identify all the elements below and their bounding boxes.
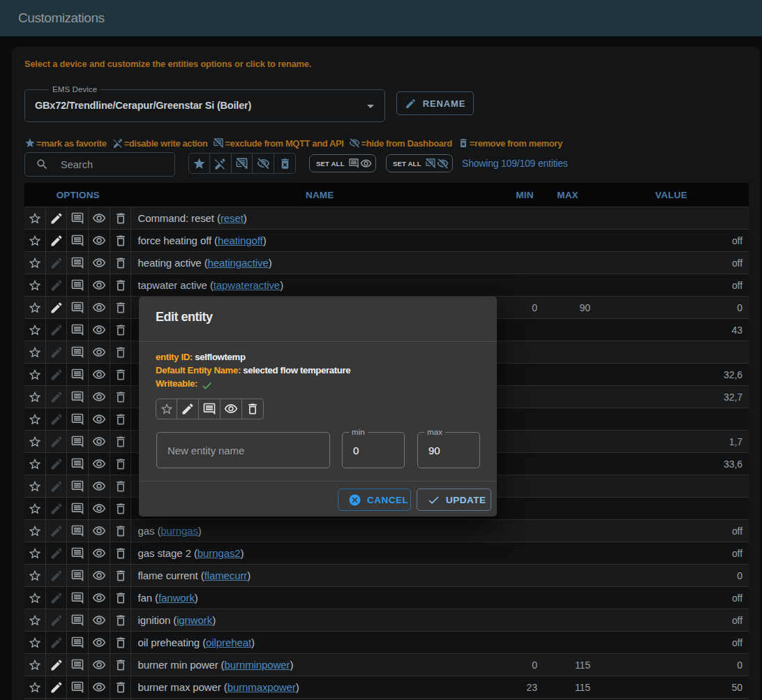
delete-icon[interactable]	[114, 546, 128, 560]
comment-icon[interactable]	[70, 368, 84, 382]
table-row[interactable]: gas stage 2 (burngas2) off	[24, 542, 749, 564]
visibility-icon[interactable]	[92, 636, 106, 650]
table-row[interactable]: tapwater active (tapwateractive) off	[24, 274, 749, 296]
visibility-icon[interactable]	[92, 323, 106, 337]
entity-link[interactable]: flamecurr	[204, 569, 248, 581]
edit-icon[interactable]	[50, 546, 64, 560]
star-outline-icon[interactable]	[28, 502, 42, 516]
visibility-icon[interactable]	[92, 502, 106, 516]
comment-icon[interactable]	[70, 658, 84, 672]
comment-icon[interactable]	[70, 211, 84, 225]
search-input[interactable]	[61, 159, 165, 170]
star-outline-icon[interactable]	[28, 278, 42, 292]
comment-icon[interactable]	[70, 680, 84, 694]
entity-link[interactable]: ignwork	[177, 614, 212, 626]
comment-icon[interactable]	[70, 234, 84, 248]
delete-icon[interactable]	[114, 569, 128, 583]
edit-icon[interactable]	[50, 569, 64, 583]
visibility-icon[interactable]	[92, 301, 106, 315]
edit-icon[interactable]	[50, 412, 64, 426]
toggle-edit-icon[interactable]	[177, 399, 199, 419]
delete-icon[interactable]	[114, 256, 128, 270]
delete-icon[interactable]	[114, 323, 128, 337]
delete-icon[interactable]	[114, 613, 128, 627]
entity-link[interactable]: reset	[221, 212, 244, 224]
visibility-icon[interactable]	[92, 211, 106, 225]
entity-link[interactable]: burngas	[160, 525, 198, 537]
table-row[interactable]: heating active (heatingactive) off	[24, 251, 749, 274]
edit-icon[interactable]	[50, 368, 64, 382]
delete-icon[interactable]	[114, 390, 128, 404]
toggle-delete-icon[interactable]	[242, 399, 264, 419]
visibility-icon[interactable]	[92, 435, 106, 449]
edit-icon[interactable]	[50, 636, 64, 650]
delete-icon[interactable]	[114, 502, 128, 516]
star-outline-icon[interactable]	[28, 345, 42, 359]
edit-icon[interactable]	[50, 524, 64, 538]
comment-icon[interactable]	[70, 323, 84, 337]
table-row[interactable]: oil preheating (oilpreheat) off	[24, 631, 749, 653]
table-row[interactable]: fan (fanwork) off	[24, 586, 749, 609]
toggle-delete-forever-icon[interactable]	[274, 153, 296, 174]
delete-icon[interactable]	[114, 636, 128, 650]
comment-icon[interactable]	[70, 435, 84, 449]
star-outline-icon[interactable]	[28, 569, 42, 583]
edit-icon[interactable]	[50, 278, 64, 292]
star-outline-icon[interactable]	[28, 591, 42, 605]
entity-link[interactable]: oilpreheat	[206, 636, 251, 648]
table-row[interactable]: Command: reset (reset)	[24, 207, 749, 229]
table-row[interactable]: gas (burngas) off	[24, 519, 749, 542]
new-entity-name-field[interactable]	[156, 432, 330, 468]
star-outline-icon[interactable]	[28, 211, 42, 225]
max-field[interactable]: max	[417, 432, 480, 468]
entity-link[interactable]: tapwateractive	[214, 279, 280, 291]
toggle-visibility-icon[interactable]	[221, 399, 242, 419]
edit-icon[interactable]	[50, 211, 64, 225]
comment-icon[interactable]	[70, 301, 84, 315]
comment-icon[interactable]	[70, 502, 84, 516]
table-row[interactable]: burner min power (burnminpower) 0 115 0	[24, 653, 749, 676]
update-button[interactable]: UPDATE	[417, 489, 491, 511]
device-select[interactable]: EMS Device GBx72/Trendline/Cerapur/Green…	[24, 89, 385, 122]
visibility-icon[interactable]	[92, 368, 106, 382]
star-outline-icon[interactable]	[28, 658, 42, 672]
visibility-icon[interactable]	[92, 457, 106, 471]
visibility-icon[interactable]	[92, 479, 106, 493]
comment-icon[interactable]	[70, 546, 84, 560]
comment-icon[interactable]	[70, 613, 84, 627]
entity-link[interactable]: heatingoff	[218, 234, 263, 246]
visibility-icon[interactable]	[92, 345, 106, 359]
search-box[interactable]	[24, 152, 175, 177]
comment-icon[interactable]	[70, 457, 84, 471]
visibility-icon[interactable]	[92, 658, 106, 672]
comment-icon[interactable]	[70, 256, 84, 270]
delete-icon[interactable]	[114, 435, 128, 449]
toggle-edit-off-icon[interactable]	[210, 153, 232, 174]
visibility-icon[interactable]	[92, 390, 106, 404]
delete-icon[interactable]	[114, 412, 128, 426]
toggle-star-outline-icon[interactable]	[156, 399, 177, 419]
visibility-icon[interactable]	[92, 546, 106, 560]
visibility-icon[interactable]	[92, 569, 106, 583]
toggle-comment-off-icon[interactable]	[232, 153, 253, 174]
edit-icon[interactable]	[50, 680, 64, 694]
edit-icon[interactable]	[50, 301, 64, 315]
max-input[interactable]	[418, 433, 479, 468]
delete-icon[interactable]	[114, 680, 128, 694]
min-field[interactable]: min	[342, 432, 405, 468]
comment-icon[interactable]	[70, 524, 84, 538]
entity-link[interactable]: burngas2	[197, 547, 241, 559]
star-outline-icon[interactable]	[28, 524, 42, 538]
comment-icon[interactable]	[70, 591, 84, 605]
edit-icon[interactable]	[50, 457, 64, 471]
toggle-visibility-off-icon[interactable]	[253, 153, 274, 174]
edit-icon[interactable]	[50, 256, 64, 270]
comment-icon[interactable]	[70, 636, 84, 650]
visibility-icon[interactable]	[92, 613, 106, 627]
edit-icon[interactable]	[50, 345, 64, 359]
comment-icon[interactable]	[70, 412, 84, 426]
delete-icon[interactable]	[114, 591, 128, 605]
visibility-icon[interactable]	[92, 524, 106, 538]
rename-button[interactable]: RENAME	[396, 91, 474, 115]
set-all-hidden-button[interactable]: SET ALL	[386, 154, 453, 172]
